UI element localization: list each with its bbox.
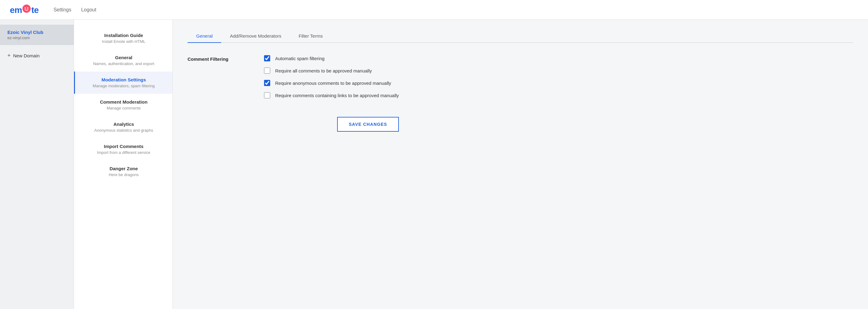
checkbox-row-require-manual-links: Require comments containing links to be … <box>264 92 399 98</box>
logo: emte <box>10 4 38 15</box>
tabs: General Add/Remove Moderators Filter Ter… <box>188 30 853 43</box>
nav-item-title: Import Comments <box>85 144 162 149</box>
svg-point-1 <box>25 7 26 9</box>
new-domain-button[interactable]: + New Domain <box>0 48 74 64</box>
svg-point-2 <box>27 7 28 9</box>
checkbox-auto-spam[interactable] <box>264 55 270 61</box>
nav-item-sub: Names, authentication, and export <box>85 61 162 66</box>
nav-item-sub: Anonymous statistics and graphs <box>85 128 162 133</box>
checkbox-label-require-manual-links: Require comments containing links to be … <box>275 93 399 98</box>
topnav: emte Settings Logout <box>0 0 868 20</box>
main-layout: Ezoic Vinyl Club ez-vinyl.com + New Doma… <box>0 20 868 309</box>
nav-item-moderation-settings[interactable]: Moderation Settings Manage moderators, s… <box>74 71 173 94</box>
checkbox-row-require-manual-anon: Require anonymous comments to be approve… <box>264 80 399 86</box>
tab-general[interactable]: General <box>188 30 221 43</box>
nav-item-title: Analytics <box>85 122 162 127</box>
nav-item-title: Moderation Settings <box>85 77 162 82</box>
logout-link[interactable]: Logout <box>81 7 96 13</box>
nav-item-comment-moderation[interactable]: Comment Moderation Manage comments <box>74 94 173 116</box>
nav-item-import-comments[interactable]: Import Comments Import from a different … <box>74 138 173 160</box>
svg-point-0 <box>23 5 31 13</box>
nav-item-danger-zone[interactable]: Danger Zone Here be dragons <box>74 160 173 183</box>
checkbox-label-require-manual-all: Require all comments to be approved manu… <box>275 68 372 73</box>
nav-item-title: Installation Guide <box>85 33 162 38</box>
plus-icon: + <box>7 53 11 59</box>
nav-item-installation-guide[interactable]: Installation Guide Install Emote with HT… <box>74 27 173 49</box>
nav-item-analytics[interactable]: Analytics Anonymous statistics and graph… <box>74 116 173 138</box>
logo-icon <box>22 4 31 13</box>
checkbox-row-auto-spam: Automatic spam filtering <box>264 55 399 61</box>
checkbox-require-manual-links[interactable] <box>264 92 270 98</box>
nav-item-sub: Manage moderators, spam filtering <box>85 84 162 88</box>
checkbox-require-manual-all[interactable] <box>264 67 270 74</box>
new-domain-label: New Domain <box>13 53 40 58</box>
sidebar-settings: Installation Guide Install Emote with HT… <box>74 20 173 309</box>
topnav-links: Settings Logout <box>53 7 96 13</box>
checkbox-label-auto-spam: Automatic spam filtering <box>275 56 324 61</box>
nav-item-sub: Here be dragons <box>85 173 162 177</box>
comment-filtering-section: Comment Filtering Automatic spam filteri… <box>188 55 853 132</box>
nav-item-sub: Install Emote with HTML <box>85 39 162 44</box>
save-changes-button[interactable]: SAVE CHANGES <box>337 117 399 132</box>
nav-item-general[interactable]: General Names, authentication, and expor… <box>74 49 173 71</box>
save-btn-row: SAVE CHANGES <box>264 117 399 132</box>
settings-link[interactable]: Settings <box>53 7 71 13</box>
nav-item-title: Danger Zone <box>85 166 162 171</box>
nav-item-sub: Manage comments <box>85 106 162 111</box>
checkbox-row-require-manual-all: Require all comments to be approved manu… <box>264 67 399 74</box>
nav-item-title: Comment Moderation <box>85 99 162 104</box>
nav-item-sub: Import from a different service <box>85 150 162 155</box>
tab-add-remove-moderators[interactable]: Add/Remove Moderators <box>221 30 290 43</box>
main-content: General Add/Remove Moderators Filter Ter… <box>173 20 868 309</box>
section-label: Comment Filtering <box>188 55 249 62</box>
domain-name: Ezoic Vinyl Club <box>7 30 66 35</box>
checkbox-label-require-manual-anon: Require anonymous comments to be approve… <box>275 81 391 86</box>
domain-url: ez-vinyl.com <box>7 35 66 40</box>
checkbox-require-manual-anon[interactable] <box>264 80 270 86</box>
sidebar-domains: Ezoic Vinyl Club ez-vinyl.com + New Doma… <box>0 20 74 309</box>
section-controls: Automatic spam filtering Require all com… <box>264 55 399 132</box>
active-domain[interactable]: Ezoic Vinyl Club ez-vinyl.com <box>0 25 74 45</box>
logo-text: emte <box>10 4 38 15</box>
tab-filter-terms[interactable]: Filter Terms <box>290 30 331 43</box>
nav-item-title: General <box>85 55 162 60</box>
